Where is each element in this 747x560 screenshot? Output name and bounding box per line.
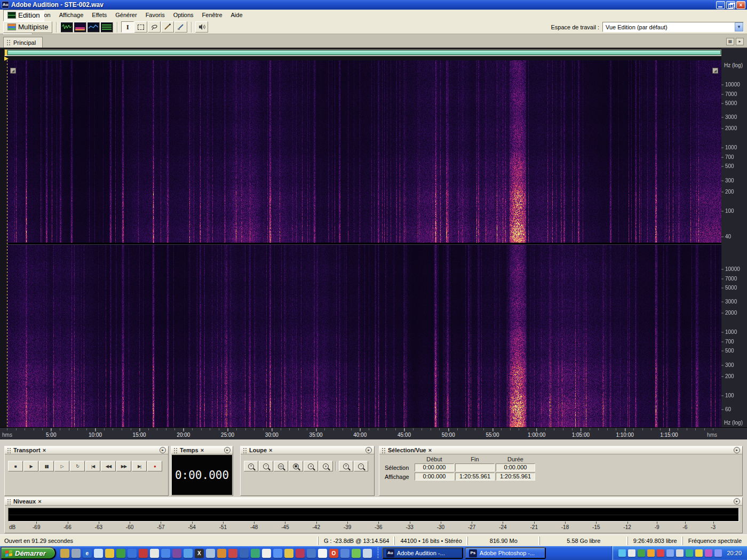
collapse-left-handle[interactable]: ◢	[10, 68, 16, 74]
pause-button[interactable]: ▮▮	[39, 461, 54, 471]
affichage-fin-field[interactable]: 1:20:55.961	[455, 473, 495, 481]
panel-menu-icon[interactable]: ▸	[736, 38, 744, 45]
close-icon[interactable]: ×	[428, 447, 432, 453]
quicklaunch-icon[interactable]	[150, 549, 159, 558]
quicklaunch-icon[interactable]	[228, 549, 237, 558]
tray-icon[interactable]	[618, 549, 626, 557]
go-to-end-button[interactable]: ▶|	[132, 461, 147, 471]
quicklaunch-icon[interactable]	[340, 549, 349, 558]
close-icon[interactable]: ×	[269, 447, 272, 453]
panel-menu-icon[interactable]: ▸	[224, 447, 231, 453]
selection-duree-field[interactable]: 0:00.000	[496, 463, 535, 471]
panel-menu-icon[interactable]: ▸	[734, 498, 740, 505]
tray-icon[interactable]	[676, 549, 684, 557]
quicklaunch-icon[interactable]	[318, 549, 327, 558]
play-looped-button[interactable]: ↻	[70, 461, 85, 471]
quicklaunch-icon[interactable]	[217, 549, 226, 558]
tab-principal[interactable]: Principal	[3, 37, 43, 47]
quicklaunch-icon[interactable]	[262, 549, 271, 558]
panel-menu-icon[interactable]: ▸	[365, 447, 372, 453]
quicklaunch-icon[interactable]	[240, 549, 249, 558]
close-button[interactable]: ×	[736, 1, 745, 9]
minimize-button[interactable]	[716, 1, 725, 9]
quicklaunch-icon[interactable]: X	[195, 549, 204, 558]
edition-mode-button[interactable]: Edition	[3, 10, 44, 21]
panel-menu-icon[interactable]: ▸	[160, 447, 166, 453]
overview-left-handle[interactable]	[5, 50, 7, 55]
task-adobe-audition[interactable]: Au Adobe Audition -...	[382, 547, 463, 559]
zoom-out-vertical-button[interactable]: −	[354, 461, 368, 471]
tray-icon[interactable]	[705, 549, 712, 557]
zoom-selection-right-button[interactable]: ◗	[319, 461, 333, 471]
menu-item[interactable]: Générer	[111, 11, 141, 19]
quicklaunch-icon[interactable]	[296, 549, 305, 558]
quicklaunch-icon[interactable]	[172, 549, 181, 558]
quicklaunch-icon[interactable]	[184, 549, 193, 558]
tray-icon[interactable]	[638, 549, 645, 557]
quicklaunch-icon[interactable]	[128, 549, 137, 558]
spectral-frequency-view-button[interactable]	[74, 22, 86, 33]
time-display[interactable]: 0:00.000	[172, 455, 232, 495]
transport-panel-titlebar[interactable]: Transport × ▸	[5, 446, 168, 454]
overview-scrollbar[interactable]	[4, 49, 722, 56]
play-button[interactable]: ▶	[23, 461, 38, 471]
close-icon[interactable]: ×	[38, 499, 41, 505]
tray-icon[interactable]	[695, 549, 703, 557]
quicklaunch-icon[interactable]	[251, 549, 260, 558]
zoom-full-button[interactable]: ▭	[274, 461, 288, 471]
quicklaunch-icon[interactable]	[352, 549, 361, 558]
time-selection-tool[interactable]: I	[121, 21, 134, 33]
quicklaunch-icon[interactable]	[94, 549, 103, 558]
menu-item[interactable]: Fenêtre	[198, 11, 227, 19]
tray-icon[interactable]	[657, 549, 664, 557]
move-clip-tool[interactable]	[174, 21, 187, 33]
lasso-selection-tool[interactable]	[148, 21, 161, 33]
menu-item[interactable]: Affichage	[55, 11, 88, 19]
selection-fin-field[interactable]	[455, 463, 495, 471]
level-meter[interactable]	[8, 508, 739, 522]
close-icon[interactable]: ×	[201, 447, 204, 453]
workspace-dropdown[interactable]: Vue Edition (par défaut) ▼	[602, 22, 744, 32]
quicklaunch-icon[interactable]	[60, 549, 69, 558]
zoom-selection-left-button[interactable]: ◖	[304, 461, 318, 471]
quicklaunch-icon[interactable]: e	[83, 549, 92, 558]
tray-icon[interactable]	[714, 549, 722, 557]
panel-options-icon[interactable]: ▦	[726, 38, 734, 45]
scrub-tool[interactable]	[195, 21, 208, 33]
loupe-panel-titlebar[interactable]: Loupe × ▸	[241, 446, 374, 454]
tray-icon[interactable]	[647, 549, 655, 557]
tray-icon[interactable]	[666, 549, 674, 557]
quicklaunch-icon[interactable]	[206, 549, 215, 558]
affichage-duree-field[interactable]: 1:20:55.961	[496, 473, 535, 481]
quicklaunch-icon[interactable]: O	[329, 549, 338, 558]
task-adobe-photoshop[interactable]: Ps Adobe Photoshop -...	[465, 547, 546, 559]
rewind-button[interactable]: ◀◀	[101, 461, 116, 471]
temps-panel-titlebar[interactable]: Temps × ▸	[171, 446, 233, 454]
restore-button[interactable]	[726, 1, 735, 9]
spectrogram-right-channel[interactable]	[7, 245, 721, 427]
waveform-view-button[interactable]	[60, 22, 73, 33]
zoom-in-button[interactable]: +	[244, 461, 258, 471]
menu-item[interactable]: Options	[169, 11, 198, 19]
zoom-selection-button[interactable]: ▣	[289, 461, 303, 471]
frequency-scale[interactable]: Hz (log) 1000070005000300020001000700500…	[721, 48, 747, 439]
start-button[interactable]: Démarrer	[1, 547, 56, 559]
quicklaunch-icon[interactable]	[161, 549, 170, 558]
quicklaunch-icon[interactable]	[116, 549, 125, 558]
overview-range-bar[interactable]	[7, 50, 721, 55]
playhead-line[interactable]	[7, 60, 7, 427]
multipiste-mode-button[interactable]: Multipiste	[3, 21, 52, 33]
spectral-phase-view-button[interactable]	[100, 22, 113, 33]
quicklaunch-icon[interactable]	[139, 549, 148, 558]
tray-icon[interactable]	[686, 549, 693, 557]
marquee-selection-tool[interactable]	[134, 21, 147, 33]
spectral-pan-view-button[interactable]	[87, 22, 100, 33]
fast-forward-button[interactable]: ▶▶	[116, 461, 131, 471]
stop-button[interactable]: ■	[8, 461, 23, 471]
niveaux-titlebar[interactable]: Niveaux × ▸	[5, 498, 742, 506]
tray-icon[interactable]	[628, 549, 635, 557]
quicklaunch-icon[interactable]	[273, 549, 282, 558]
record-button[interactable]: ●	[147, 461, 162, 471]
go-to-beginning-button[interactable]: |◀	[85, 461, 100, 471]
play-from-cursor-button[interactable]: ▷	[54, 461, 69, 471]
